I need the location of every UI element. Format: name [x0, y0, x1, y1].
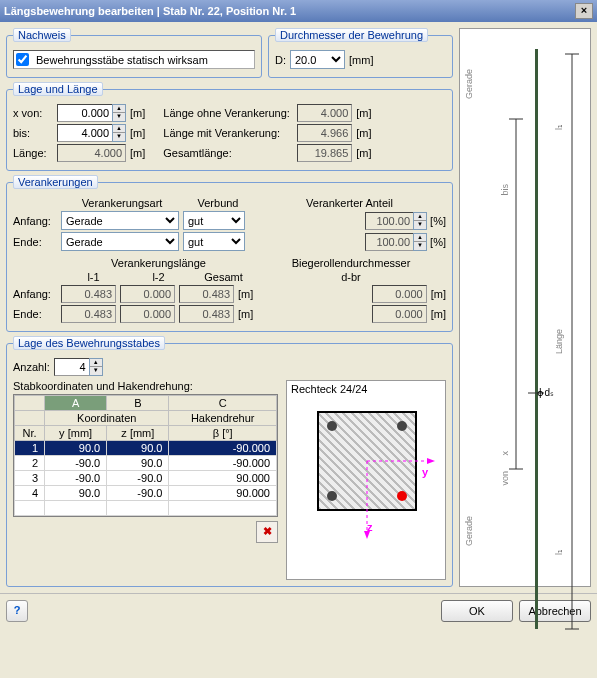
xvon-input[interactable]: ▲▼	[57, 104, 126, 122]
art-ende[interactable]: Gerade	[61, 232, 179, 251]
lov-label: Länge ohne Verankerung:	[163, 107, 293, 119]
lov-field	[297, 104, 352, 122]
verb-anfang[interactable]: gut	[183, 211, 245, 230]
preview-panel: Gerade Gerade l₁ bis Länge ɸdₛ x von l₁	[459, 28, 591, 587]
nachweis-group: Nachweis Bewehrungsstäbe statisch wirksa…	[6, 28, 262, 78]
laenge-label: Länge:	[13, 147, 53, 159]
lage-legend: Lage und Länge	[13, 82, 103, 96]
static-label: Bewehrungsstäbe statisch wirksam	[36, 54, 208, 66]
d-select[interactable]: 20.0	[290, 50, 345, 69]
svg-marker-3	[364, 531, 370, 539]
ant-anfang: ▲▼	[365, 212, 427, 230]
pos-legend: Lage des Bewehrungsstabes	[13, 336, 165, 350]
art-anfang[interactable]: Gerade	[61, 211, 179, 230]
diameter-legend: Durchmesser der Bewehrung	[275, 28, 428, 42]
bis-label: bis:	[13, 127, 53, 139]
static-checkbox[interactable]	[16, 53, 29, 66]
window-title: Längsbewehrung bearbeiten | Stab Nr. 22,…	[4, 5, 296, 17]
xvon-label: x von:	[13, 107, 53, 119]
help-button[interactable]	[6, 600, 28, 622]
d-unit: [mm]	[349, 54, 373, 66]
ges-label: Gesamtlänge:	[163, 147, 293, 159]
table-row: 490.0-90.090.000	[15, 486, 277, 501]
svg-marker-2	[427, 458, 435, 464]
verank-legend: Verankerungen	[13, 175, 98, 189]
table-row	[15, 501, 277, 516]
cross-section: Rechteck 24/24 z y	[286, 380, 446, 580]
bis-input[interactable]: ▲▼	[57, 124, 126, 142]
diameter-group: Durchmesser der Bewehrung D: 20.0 [mm]	[268, 28, 453, 78]
titlebar: Längsbewehrung bearbeiten | Stab Nr. 22,…	[0, 0, 597, 22]
nachweis-legend: Nachweis	[13, 28, 71, 42]
ant-ende: ▲▼	[365, 233, 427, 251]
lmv-field	[297, 124, 352, 142]
close-button[interactable]: ×	[575, 3, 593, 19]
coord-table[interactable]: ABC KoordinatenHakendrehur Nr.y [mm]z [m…	[13, 394, 278, 517]
pos-group: Lage des Bewehrungsstabes Anzahl:▲▼ Stab…	[6, 336, 453, 587]
laenge-field	[57, 144, 126, 162]
anzahl-input[interactable]: ▲▼	[54, 358, 103, 376]
verb-ende[interactable]: gut	[183, 232, 245, 251]
lmv-label: Länge mit Verankerung:	[163, 127, 293, 139]
ges-field	[297, 144, 352, 162]
table-row: 2-90.090.0-90.000	[15, 456, 277, 471]
verank-group: Verankerungen Verankerungsart Verbund Ve…	[6, 175, 453, 332]
table-row: 3-90.0-90.090.000	[15, 471, 277, 486]
lage-group: Lage und Länge x von:▲▼ [m] bis:▲▼ [m] L…	[6, 82, 453, 171]
delete-icon[interactable]: ✖	[256, 521, 278, 543]
d-label: D:	[275, 54, 286, 66]
table-row: 190.090.0-90.000	[15, 441, 277, 456]
